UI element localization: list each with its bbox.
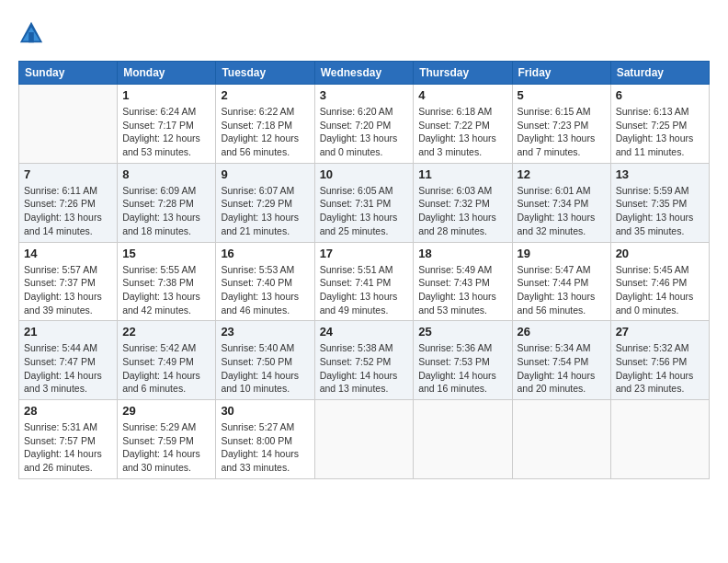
day-number: 19 (518, 247, 606, 260)
day-number: 20 (616, 247, 704, 260)
day-info: Sunrise: 5:34 AM Sunset: 7:54 PM Dayligh… (518, 341, 606, 396)
day-number: 29 (122, 404, 210, 418)
calendar-header: SundayMondayTuesdayWednesdayThursdayFrid… (19, 62, 710, 85)
day-info: Sunrise: 6:07 AM Sunset: 7:29 PM Dayligh… (221, 184, 309, 238)
calendar-cell: 24Sunrise: 5:38 AM Sunset: 7:52 PM Dayli… (314, 321, 414, 400)
day-info: Sunrise: 6:11 AM Sunset: 7:26 PM Dayligh… (24, 184, 112, 238)
day-info: Sunrise: 5:40 AM Sunset: 7:50 PM Dayligh… (221, 341, 309, 396)
calendar-cell: 15Sunrise: 5:55 AM Sunset: 7:38 PM Dayli… (118, 242, 216, 321)
day-number: 5 (518, 88, 606, 102)
calendar-cell (512, 400, 610, 479)
calendar-week-row: 14Sunrise: 5:57 AM Sunset: 7:37 PM Dayli… (19, 242, 710, 321)
page-header (18, 18, 710, 46)
day-number: 21 (24, 325, 112, 339)
calendar-week-row: 21Sunrise: 5:44 AM Sunset: 7:47 PM Dayli… (19, 321, 710, 400)
calendar-cell: 16Sunrise: 5:53 AM Sunset: 7:40 PM Dayli… (216, 242, 314, 321)
calendar-cell: 26Sunrise: 5:34 AM Sunset: 7:54 PM Dayli… (512, 321, 610, 400)
day-info: Sunrise: 6:18 AM Sunset: 7:22 PM Dayligh… (418, 105, 506, 159)
day-info: Sunrise: 5:53 AM Sunset: 7:40 PM Dayligh… (221, 263, 309, 317)
weekday-header-row: SundayMondayTuesdayWednesdayThursdayFrid… (19, 62, 710, 85)
day-number: 24 (320, 325, 409, 339)
calendar-cell: 5Sunrise: 6:15 AM Sunset: 7:23 PM Daylig… (512, 85, 610, 164)
calendar-cell: 12Sunrise: 6:01 AM Sunset: 7:34 PM Dayli… (512, 163, 610, 242)
day-number: 4 (418, 88, 506, 102)
day-info: Sunrise: 6:13 AM Sunset: 7:25 PM Dayligh… (616, 105, 704, 159)
day-number: 3 (320, 88, 409, 102)
calendar-cell: 18Sunrise: 5:49 AM Sunset: 7:43 PM Dayli… (414, 242, 512, 321)
calendar-week-row: 28Sunrise: 5:31 AM Sunset: 7:57 PM Dayli… (19, 400, 710, 479)
day-info: Sunrise: 5:49 AM Sunset: 7:43 PM Dayligh… (418, 263, 506, 317)
calendar-cell: 28Sunrise: 5:31 AM Sunset: 7:57 PM Dayli… (19, 400, 118, 479)
day-number: 18 (418, 247, 506, 260)
calendar-cell: 11Sunrise: 6:03 AM Sunset: 7:32 PM Dayli… (414, 163, 512, 242)
calendar-week-row: 7Sunrise: 6:11 AM Sunset: 7:26 PM Daylig… (19, 163, 710, 242)
day-info: Sunrise: 5:36 AM Sunset: 7:53 PM Dayligh… (418, 341, 506, 396)
logo-icon (18, 20, 44, 46)
day-info: Sunrise: 5:27 AM Sunset: 8:00 PM Dayligh… (221, 420, 309, 475)
day-info: Sunrise: 6:15 AM Sunset: 7:23 PM Dayligh… (518, 105, 606, 159)
day-number: 1 (122, 88, 210, 102)
calendar-cell: 27Sunrise: 5:32 AM Sunset: 7:56 PM Dayli… (610, 321, 709, 400)
day-info: Sunrise: 5:55 AM Sunset: 7:38 PM Dayligh… (122, 263, 210, 317)
day-info: Sunrise: 6:03 AM Sunset: 7:32 PM Dayligh… (418, 184, 506, 238)
calendar-cell: 3Sunrise: 6:20 AM Sunset: 7:20 PM Daylig… (314, 85, 414, 164)
day-info: Sunrise: 6:22 AM Sunset: 7:18 PM Dayligh… (221, 105, 309, 159)
weekday-header-thursday: Thursday (414, 62, 512, 85)
weekday-header-saturday: Saturday (610, 62, 709, 85)
calendar-cell: 2Sunrise: 6:22 AM Sunset: 7:18 PM Daylig… (216, 85, 314, 164)
calendar-cell (610, 400, 709, 479)
day-number: 12 (518, 167, 606, 181)
calendar-cell: 30Sunrise: 5:27 AM Sunset: 8:00 PM Dayli… (216, 400, 314, 479)
day-number: 16 (221, 247, 309, 260)
weekday-header-friday: Friday (512, 62, 610, 85)
calendar-cell: 22Sunrise: 5:42 AM Sunset: 7:49 PM Dayli… (118, 321, 216, 400)
weekday-header-sunday: Sunday (19, 62, 118, 85)
calendar-cell: 7Sunrise: 6:11 AM Sunset: 7:26 PM Daylig… (19, 163, 118, 242)
day-info: Sunrise: 5:38 AM Sunset: 7:52 PM Dayligh… (320, 341, 409, 396)
calendar-cell: 1Sunrise: 6:24 AM Sunset: 7:17 PM Daylig… (118, 85, 216, 164)
calendar-cell: 20Sunrise: 5:45 AM Sunset: 7:46 PM Dayli… (610, 242, 709, 321)
calendar-cell: 14Sunrise: 5:57 AM Sunset: 7:37 PM Dayli… (19, 242, 118, 321)
svg-rect-2 (28, 32, 34, 42)
day-number: 26 (518, 325, 606, 339)
calendar-cell: 8Sunrise: 6:09 AM Sunset: 7:28 PM Daylig… (118, 163, 216, 242)
calendar-cell: 6Sunrise: 6:13 AM Sunset: 7:25 PM Daylig… (610, 85, 709, 164)
weekday-header-monday: Monday (118, 62, 216, 85)
day-number: 25 (418, 325, 506, 339)
day-info: Sunrise: 5:59 AM Sunset: 7:35 PM Dayligh… (616, 184, 704, 238)
day-number: 22 (122, 325, 210, 339)
day-number: 8 (122, 167, 210, 181)
day-number: 13 (616, 167, 704, 181)
calendar-cell: 9Sunrise: 6:07 AM Sunset: 7:29 PM Daylig… (216, 163, 314, 242)
calendar-cell: 13Sunrise: 5:59 AM Sunset: 7:35 PM Dayli… (610, 163, 709, 242)
calendar-cell: 25Sunrise: 5:36 AM Sunset: 7:53 PM Dayli… (414, 321, 512, 400)
day-number: 6 (616, 88, 704, 102)
day-info: Sunrise: 6:01 AM Sunset: 7:34 PM Dayligh… (518, 184, 606, 238)
calendar-cell: 23Sunrise: 5:40 AM Sunset: 7:50 PM Dayli… (216, 321, 314, 400)
day-number: 9 (221, 167, 309, 181)
weekday-header-tuesday: Tuesday (216, 62, 314, 85)
day-number: 30 (221, 404, 309, 418)
day-info: Sunrise: 5:44 AM Sunset: 7:47 PM Dayligh… (24, 341, 112, 396)
calendar-week-row: 1Sunrise: 6:24 AM Sunset: 7:17 PM Daylig… (19, 85, 710, 164)
calendar-cell: 29Sunrise: 5:29 AM Sunset: 7:59 PM Dayli… (118, 400, 216, 479)
day-info: Sunrise: 5:42 AM Sunset: 7:49 PM Dayligh… (122, 341, 210, 396)
day-number: 14 (24, 247, 112, 260)
day-number: 27 (616, 325, 704, 339)
day-number: 17 (320, 247, 409, 260)
day-info: Sunrise: 5:45 AM Sunset: 7:46 PM Dayligh… (616, 263, 704, 317)
day-number: 15 (122, 247, 210, 260)
day-info: Sunrise: 5:32 AM Sunset: 7:56 PM Dayligh… (616, 341, 704, 396)
logo (18, 18, 48, 46)
day-info: Sunrise: 6:09 AM Sunset: 7:28 PM Dayligh… (122, 184, 210, 238)
calendar-cell: 21Sunrise: 5:44 AM Sunset: 7:47 PM Dayli… (19, 321, 118, 400)
day-number: 11 (418, 167, 506, 181)
day-info: Sunrise: 6:20 AM Sunset: 7:20 PM Dayligh… (320, 105, 409, 159)
day-info: Sunrise: 6:05 AM Sunset: 7:31 PM Dayligh… (320, 184, 409, 238)
day-number: 2 (221, 88, 309, 102)
day-info: Sunrise: 5:47 AM Sunset: 7:44 PM Dayligh… (518, 263, 606, 317)
day-number: 7 (24, 167, 112, 181)
calendar-body: 1Sunrise: 6:24 AM Sunset: 7:17 PM Daylig… (19, 85, 710, 479)
day-number: 10 (320, 167, 409, 181)
calendar-table: SundayMondayTuesdayWednesdayThursdayFrid… (18, 61, 710, 479)
